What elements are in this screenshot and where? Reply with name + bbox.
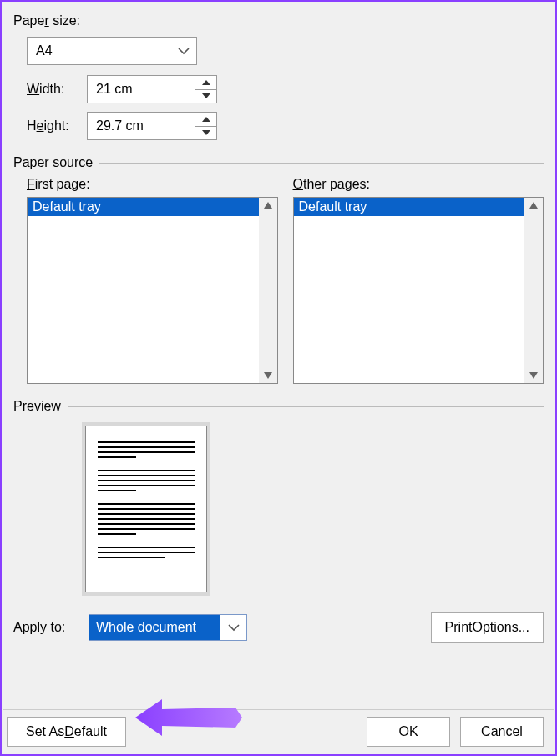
width-spin-down[interactable] xyxy=(195,89,216,103)
txt: Appl xyxy=(13,620,40,634)
txt: irst page: xyxy=(35,177,90,191)
txt: F xyxy=(27,177,35,191)
height-spin-up[interactable] xyxy=(195,113,216,126)
scrollbar[interactable] xyxy=(524,198,543,383)
svg-marker-3 xyxy=(202,130,210,135)
ok-button[interactable]: OK xyxy=(367,717,450,747)
txt: size: xyxy=(49,13,80,28)
paper-size-value: A4 xyxy=(28,38,170,64)
height-spinbox[interactable]: 29.7 cm xyxy=(87,112,217,140)
paper-size-dropdown[interactable]: A4 xyxy=(27,37,197,65)
txt: W xyxy=(27,82,39,96)
list-item[interactable]: Default tray xyxy=(294,198,525,216)
txt: H xyxy=(27,118,37,133)
svg-marker-7 xyxy=(529,372,538,379)
first-page-label: First page: xyxy=(27,177,278,192)
scroll-down-icon[interactable] xyxy=(263,371,273,380)
other-pages-label: Other pages: xyxy=(293,177,544,192)
paper-size-label: Paper size: xyxy=(13,13,80,28)
apply-to-dropdown[interactable]: Whole document xyxy=(89,614,247,641)
preview-page xyxy=(85,426,207,592)
height-spin-down[interactable] xyxy=(195,126,216,140)
chevron-down-icon[interactable] xyxy=(170,38,196,64)
txt: idth: xyxy=(39,82,64,96)
width-label: Width: xyxy=(27,82,87,97)
print-options-button[interactable]: Print Options... xyxy=(431,612,544,643)
svg-marker-6 xyxy=(529,202,538,209)
svg-marker-1 xyxy=(202,93,210,98)
list-item[interactable]: Default tray xyxy=(28,198,259,216)
paper-source-title: Paper source xyxy=(13,155,93,170)
txt: Set As xyxy=(26,724,64,739)
svg-marker-4 xyxy=(264,202,272,209)
txt: ther pages: xyxy=(303,177,370,191)
chevron-down-icon[interactable] xyxy=(220,615,246,640)
scroll-up-icon[interactable] xyxy=(529,201,539,209)
txt: efault xyxy=(74,724,107,739)
txt: Prin xyxy=(445,620,468,635)
txt: ight: xyxy=(43,118,68,133)
svg-marker-0 xyxy=(202,80,210,85)
height-label: Height: xyxy=(27,118,87,134)
width-value[interactable]: 21 cm xyxy=(88,76,195,103)
txt: to: xyxy=(47,620,65,634)
txt: Pape xyxy=(13,13,44,28)
dialog-footer: Set As Default OK Cancel xyxy=(3,709,554,753)
svg-marker-2 xyxy=(202,117,210,122)
scroll-down-icon[interactable] xyxy=(529,371,539,380)
svg-marker-5 xyxy=(264,372,272,379)
height-value[interactable]: 29.7 cm xyxy=(88,113,195,139)
scroll-up-icon[interactable] xyxy=(263,201,273,209)
first-page-listbox[interactable]: Default tray xyxy=(27,197,278,384)
apply-to-label: Apply to: xyxy=(13,620,89,635)
apply-to-value: Whole document xyxy=(89,615,220,640)
scrollbar[interactable] xyxy=(259,198,277,383)
divider xyxy=(99,163,544,164)
width-spinbox[interactable]: 21 cm xyxy=(87,75,217,103)
other-pages-listbox[interactable]: Default tray xyxy=(293,197,544,384)
divider xyxy=(68,406,544,407)
preview-title: Preview xyxy=(13,399,61,414)
width-spin-up[interactable] xyxy=(195,76,216,89)
txt: Options... xyxy=(473,620,529,635)
txt: y xyxy=(40,620,47,634)
cancel-button[interactable]: Cancel xyxy=(460,717,544,747)
set-as-default-button[interactable]: Set As Default xyxy=(7,717,126,747)
txt: D xyxy=(64,724,74,739)
txt: O xyxy=(293,177,303,191)
